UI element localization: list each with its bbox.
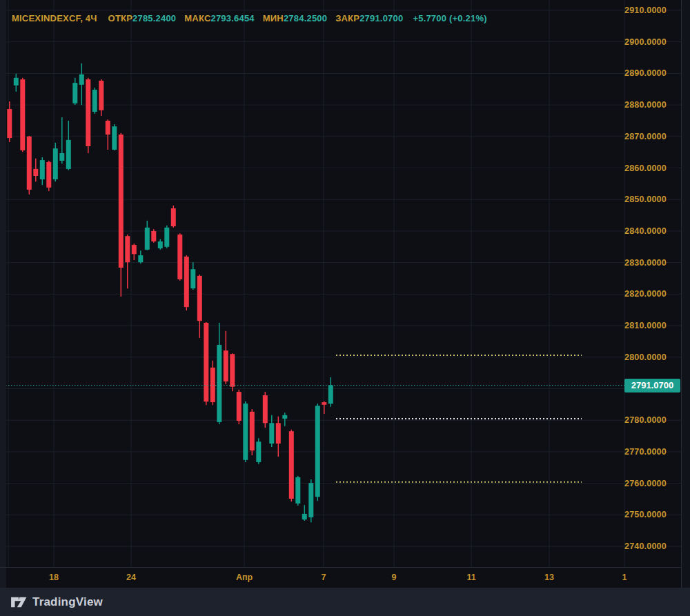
candle <box>151 231 156 241</box>
time-axis-label: 11 <box>451 573 492 582</box>
price-axis-label: 2910.0000 <box>624 5 667 16</box>
candle <box>145 228 150 250</box>
candle <box>92 90 97 112</box>
price-axis-label: 2780.0000 <box>624 415 667 426</box>
price-axis-label: 2890.0000 <box>624 68 667 79</box>
time-axis-label: 1 <box>604 573 645 582</box>
candle <box>119 135 124 268</box>
candle <box>263 395 268 423</box>
candle <box>282 415 287 419</box>
time-axis-label: 18 <box>33 573 75 582</box>
candle <box>237 392 241 421</box>
tradingview-logo-link[interactable]: TradingView <box>10 594 103 610</box>
time-axis-label: Апр <box>224 573 265 582</box>
candle <box>243 404 248 460</box>
candle <box>33 169 38 176</box>
price-axis-label: 2840.0000 <box>624 226 667 237</box>
candle <box>66 140 71 169</box>
candle <box>27 137 32 190</box>
candle <box>99 81 103 110</box>
price-axis-label: 2870.0000 <box>624 131 667 142</box>
price-axis-label: 2880.0000 <box>624 99 667 110</box>
ohlc-low: МИН2784.2500 <box>263 13 327 23</box>
candle <box>86 79 90 146</box>
price-axis-label: 2740.0000 <box>624 541 667 552</box>
candle <box>53 148 58 179</box>
price-axis-label: 2810.0000 <box>624 320 667 331</box>
candle <box>72 83 77 103</box>
tradingview-wordmark: TradingView <box>32 595 103 609</box>
time-axis-label: 13 <box>529 573 570 582</box>
price-axis-label: 2760.0000 <box>624 478 667 489</box>
time-axis-label: 9 <box>373 573 415 582</box>
price-axis-label: 2900.0000 <box>624 37 667 48</box>
ohlc-high: МАКС2793.6454 <box>184 13 254 23</box>
symbol-title: MICEXINDEXCF, 4Ч <box>12 13 97 23</box>
candle <box>217 345 221 422</box>
candle <box>289 431 294 499</box>
candle <box>210 368 215 402</box>
candle <box>158 241 163 248</box>
candle <box>132 245 137 254</box>
candle <box>295 477 300 504</box>
ohlc-close: ЗАКР2791.0700 <box>335 13 403 23</box>
ohlc-open: ОТКР2785.2400 <box>108 13 177 23</box>
candle <box>112 126 117 150</box>
candle <box>184 257 189 307</box>
time-axis-label: 7 <box>303 573 344 582</box>
candle <box>276 423 281 444</box>
candle <box>308 483 313 517</box>
candle <box>269 423 274 444</box>
candle <box>125 236 130 262</box>
candle <box>106 121 110 135</box>
symbol-legend[interactable]: MICEXINDEXCF, 4ЧОТКР2785.2400МАКС2793.64… <box>12 13 487 23</box>
price-change: +5.7700 (+0.21%) <box>413 13 486 23</box>
time-axis[interactable]: 1824Апр7911131 <box>0 567 681 588</box>
footer-bar: TradingView <box>0 588 690 616</box>
tradingview-chart-widget: MICEXINDEXCF, 4ЧОТКР2785.2400МАКС2793.64… <box>0 0 690 616</box>
price-axis-label: 2820.0000 <box>624 288 667 299</box>
candlestick-chart <box>0 0 690 567</box>
candle <box>79 74 84 85</box>
candle <box>204 323 208 401</box>
time-axis-label: 24 <box>110 573 152 582</box>
price-axis-label: 2800.0000 <box>624 352 667 363</box>
candle <box>256 441 261 462</box>
candle <box>164 228 169 247</box>
candle <box>20 79 25 150</box>
left-edge-strip <box>0 0 6 588</box>
plot-right-border <box>681 0 690 588</box>
candle <box>40 160 45 179</box>
candle <box>190 269 195 288</box>
candle <box>7 109 12 138</box>
candle <box>250 412 255 450</box>
candle <box>328 386 333 404</box>
price-axis-label: 2830.0000 <box>624 257 667 268</box>
candle <box>224 350 228 381</box>
candle <box>197 276 202 321</box>
candle <box>14 78 19 86</box>
tradingview-icon <box>10 595 28 609</box>
price-axis-label: 2750.0000 <box>624 509 667 520</box>
candle <box>302 514 307 519</box>
candle <box>315 406 320 497</box>
candle <box>177 235 182 279</box>
price-axis-label: 2850.0000 <box>624 194 667 205</box>
candle <box>171 208 176 226</box>
candle <box>138 255 143 262</box>
price-axis-label: 2860.0000 <box>624 163 667 174</box>
current-price-tag: 2791.0700 <box>624 379 680 393</box>
candle <box>230 354 235 387</box>
chart-canvas[interactable] <box>0 0 690 567</box>
candle <box>322 402 326 405</box>
price-axis-label: 2770.0000 <box>624 446 667 457</box>
candle <box>59 153 64 161</box>
candle <box>46 162 51 188</box>
